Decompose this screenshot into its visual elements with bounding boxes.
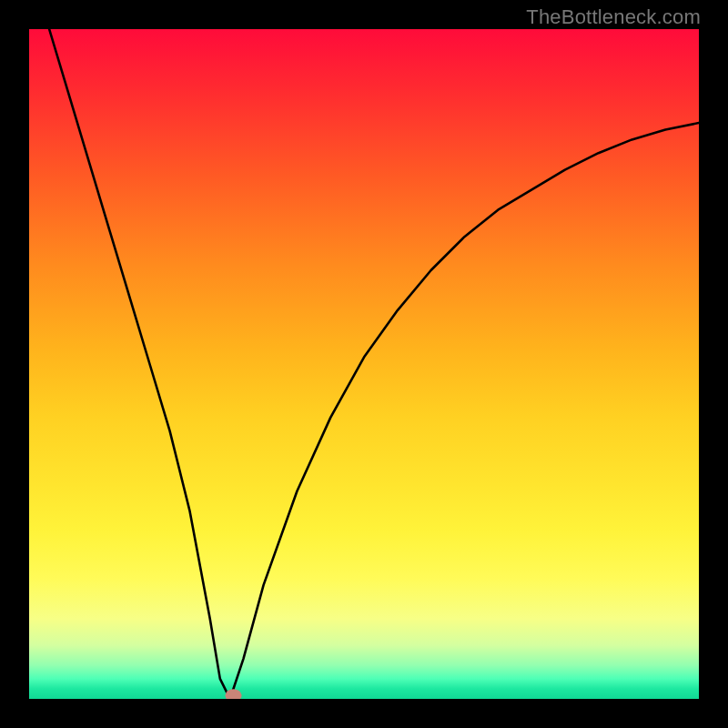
curve-path — [49, 29, 699, 699]
bottleneck-curve — [29, 29, 699, 699]
minimum-marker — [226, 689, 242, 699]
chart-frame: TheBottleneck.com — [0, 0, 728, 728]
watermark-text: TheBottleneck.com — [526, 5, 701, 29]
plot-area — [29, 29, 699, 699]
